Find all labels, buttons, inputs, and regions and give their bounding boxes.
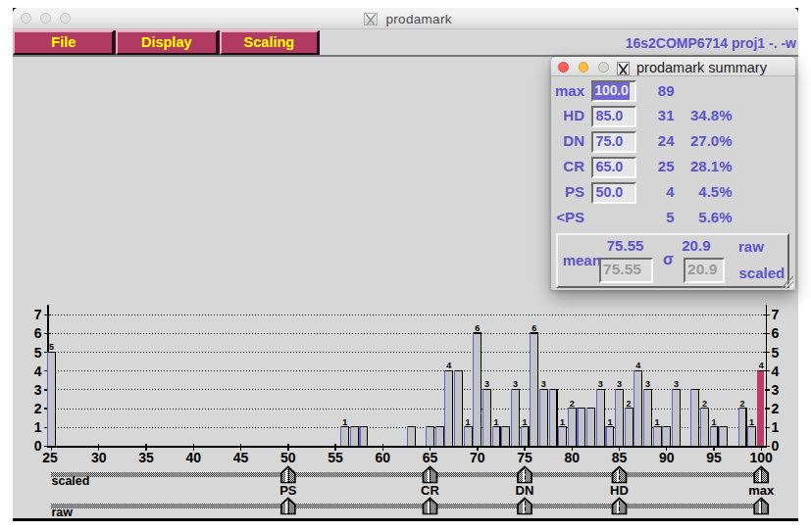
svg-text:1: 1 (522, 417, 527, 427)
svg-text:3: 3 (541, 379, 546, 389)
svg-text:6: 6 (34, 325, 42, 341)
svg-text:4: 4 (446, 361, 451, 370)
svg-text:1: 1 (34, 419, 42, 435)
svg-text:25: 25 (42, 450, 58, 465)
svg-text:max: max (748, 483, 775, 498)
svg-text:2: 2 (739, 399, 744, 409)
svg-text:7: 7 (772, 307, 780, 322)
svg-text:100: 100 (750, 450, 774, 465)
svg-text:6: 6 (475, 323, 480, 333)
svg-text:75: 75 (517, 450, 532, 465)
svg-text:3: 3 (674, 379, 679, 389)
svg-text:4: 4 (34, 363, 42, 379)
svg-text:3: 3 (772, 382, 780, 398)
svg-text:PS: PS (279, 483, 297, 498)
svg-text:2: 2 (34, 401, 42, 416)
svg-text:1: 1 (342, 417, 347, 427)
svg-text:2: 2 (702, 399, 707, 409)
svg-text:60: 60 (375, 450, 390, 465)
svg-text:1: 1 (749, 417, 754, 427)
svg-text:scaled: scaled (52, 474, 90, 488)
svg-text:DN: DN (516, 483, 534, 498)
svg-text:45: 45 (233, 450, 249, 465)
svg-text:30: 30 (91, 450, 107, 465)
svg-text:95: 95 (706, 450, 722, 465)
svg-text:HD: HD (610, 483, 629, 498)
svg-text:5: 5 (34, 345, 42, 361)
svg-text:3: 3 (484, 379, 489, 389)
svg-text:4: 4 (635, 361, 640, 370)
svg-text:3: 3 (598, 379, 603, 389)
svg-text:6: 6 (532, 323, 536, 333)
svg-text:0: 0 (34, 438, 42, 454)
svg-text:1: 1 (466, 417, 471, 427)
svg-text:2: 2 (570, 399, 575, 409)
svg-text:CR: CR (421, 483, 439, 498)
svg-text:5: 5 (772, 345, 780, 361)
svg-text:1: 1 (607, 417, 612, 427)
svg-text:5: 5 (49, 342, 54, 352)
svg-text:90: 90 (659, 450, 675, 465)
svg-text:6: 6 (772, 325, 780, 341)
svg-text:1: 1 (711, 417, 716, 427)
svg-text:raw: raw (52, 506, 74, 519)
svg-text:7: 7 (34, 307, 42, 322)
svg-text:3: 3 (34, 382, 42, 398)
svg-text:1: 1 (560, 417, 565, 427)
svg-text:55: 55 (328, 450, 343, 465)
svg-text:70: 70 (470, 450, 485, 465)
svg-text:50: 50 (280, 450, 296, 465)
svg-text:3: 3 (645, 379, 650, 389)
svg-text:3: 3 (513, 379, 518, 389)
svg-text:1: 1 (772, 419, 780, 435)
svg-text:40: 40 (185, 450, 201, 465)
svg-text:3: 3 (617, 379, 622, 389)
svg-text:80: 80 (564, 450, 580, 465)
svg-text:2: 2 (627, 399, 632, 409)
svg-text:4: 4 (759, 361, 764, 370)
svg-text:4: 4 (772, 363, 780, 379)
svg-text:1: 1 (655, 417, 660, 427)
svg-text:65: 65 (423, 450, 438, 465)
svg-text:85: 85 (612, 450, 628, 465)
svg-text:35: 35 (138, 450, 154, 465)
svg-text:1: 1 (494, 417, 499, 427)
svg-text:2: 2 (772, 401, 780, 416)
